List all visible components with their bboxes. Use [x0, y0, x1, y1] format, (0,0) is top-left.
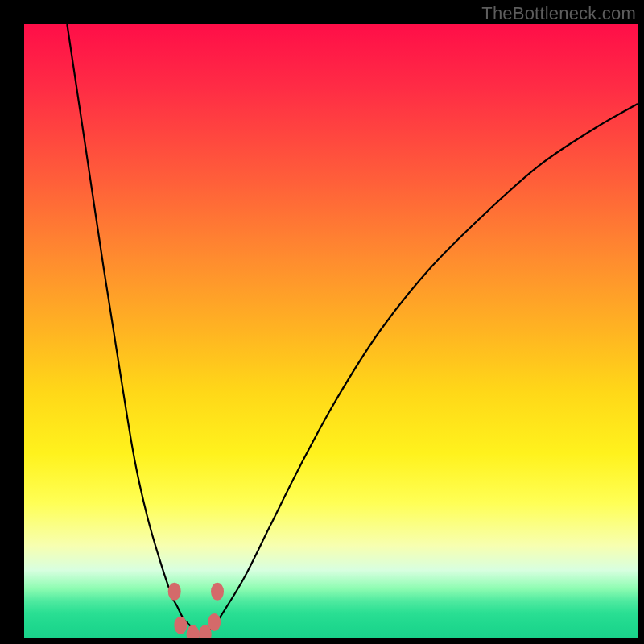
bottleneck-curve-right — [202, 104, 638, 638]
curve-marker — [211, 583, 224, 601]
curve-marker — [208, 613, 221, 631]
watermark-text: TheBottleneck.com — [481, 3, 636, 24]
curve-markers — [168, 583, 224, 638]
bottleneck-curve-left — [67, 24, 202, 638]
curve-layer — [24, 24, 638, 638]
plot-area — [24, 24, 638, 638]
chart-frame: TheBottleneck.com — [0, 0, 644, 644]
curve-marker — [174, 617, 187, 634]
curve-marker — [168, 583, 181, 601]
curve-marker — [187, 625, 200, 638]
